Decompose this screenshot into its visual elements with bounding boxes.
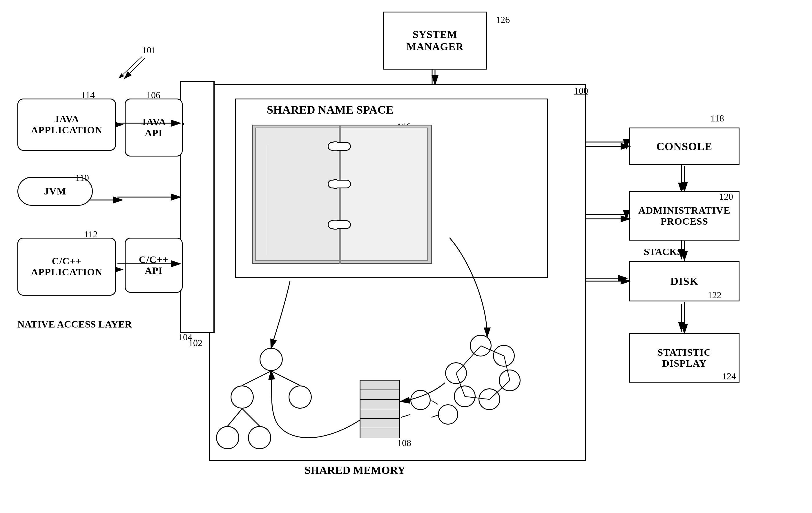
statistic-display-label: STATISTIC DISPLAY <box>658 347 711 369</box>
tree-node-lr <box>248 426 271 449</box>
tree-node-right <box>289 386 312 409</box>
disk-label: DISK <box>670 275 699 288</box>
ref-124-label: 124 <box>722 371 736 382</box>
cpp-api-label: C/C++ API <box>139 254 169 276</box>
java-application-label: JAVA APPLICATION <box>31 114 103 135</box>
tree-node-root <box>260 348 283 371</box>
tree-node-ll <box>216 426 239 449</box>
ring-node-6 <box>445 362 467 384</box>
ref-100-label: 100 <box>574 86 588 96</box>
ring-node-1 <box>470 335 492 357</box>
grid-node-1 <box>410 390 431 410</box>
cpp-api-box: C/C++ API <box>125 238 183 293</box>
native-access-layer-label: NATIVE ACCESS LAYER <box>18 319 132 330</box>
console-box: CONSOLE <box>629 127 740 165</box>
system-manager-box: SYSTEM MANAGER <box>383 11 487 69</box>
svg-line-16 <box>119 57 142 78</box>
ref-104-label: 104 <box>178 332 192 342</box>
binder-ring-2 <box>328 180 351 188</box>
ref-112-label: 112 <box>84 229 98 240</box>
binder-ring-1 <box>328 142 351 151</box>
ref-114-label: 114 <box>81 90 95 100</box>
tree-node-left <box>231 386 254 409</box>
binder-page-line <box>267 145 267 255</box>
java-api-box: JAVA API <box>125 98 183 156</box>
ref-108-label: 108 <box>397 437 411 448</box>
binder-ring-1-center <box>334 142 337 151</box>
box-102 <box>180 81 214 333</box>
binder-left-page <box>255 127 339 261</box>
ref-122-label: 122 <box>707 290 722 301</box>
binder-ring-3 <box>328 220 351 229</box>
ref-118-label: 118 <box>710 113 724 124</box>
ring-node-2 <box>493 345 515 367</box>
ref-106-label: 106 <box>146 90 161 100</box>
binder-ring-2-center <box>334 179 337 189</box>
jvm-label: JVM <box>44 186 66 197</box>
ring-node-4 <box>478 388 500 410</box>
ref-101-label: 101 <box>142 45 156 56</box>
java-application-box: JAVA APPLICATION <box>18 98 116 151</box>
svg-line-38 <box>125 58 145 78</box>
ring-node-3 <box>499 369 521 391</box>
shared-memory-label: SHARED MEMORY <box>304 464 405 477</box>
ref-126-label: 126 <box>496 14 510 25</box>
grid-node-2 <box>438 404 458 425</box>
ring-node-5 <box>454 386 475 407</box>
system-manager-label: SYSTEM MANAGER <box>407 28 464 53</box>
grid-box <box>359 380 400 437</box>
shared-name-space-label: SHARED NAME SPACE <box>267 103 394 117</box>
binder-ring-3-center <box>334 220 337 230</box>
cpp-application-label: C/C++ APPLICATION <box>31 255 103 278</box>
ref-110-label: 110 <box>76 173 89 183</box>
admin-process-label: ADMINISTRATIVE PROCESS <box>638 205 730 227</box>
stacks-label: STACKS <box>644 246 683 258</box>
ref-120-label: 120 <box>719 191 733 202</box>
disk-box: DISK <box>629 261 740 301</box>
console-label: CONSOLE <box>657 140 713 153</box>
cpp-application-box: C/C++ APPLICATION <box>18 238 116 296</box>
java-api-label: JAVA API <box>141 117 166 139</box>
binder-right-page <box>341 127 428 261</box>
